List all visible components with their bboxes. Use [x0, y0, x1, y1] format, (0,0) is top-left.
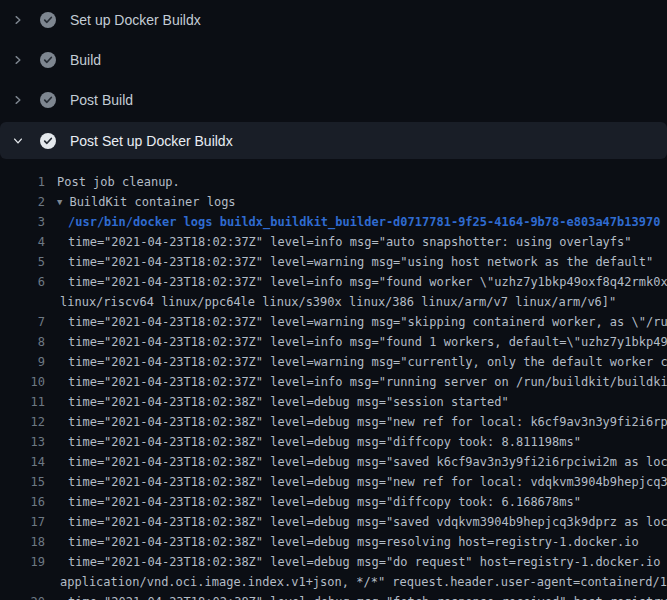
check-circle-icon [40, 133, 56, 149]
log-line-number: 4 [0, 232, 45, 252]
log-line[interactable]: 18 time="2021-04-23T18:02:38Z" level=deb… [0, 532, 667, 552]
chevron-right-icon [10, 52, 26, 68]
log-line[interactable]: 10 time="2021-04-23T18:02:37Z" level=inf… [0, 372, 667, 392]
log-line[interactable]: 9 time="2021-04-23T18:02:37Z" level=warn… [0, 352, 667, 372]
log-line-text: time="2021-04-23T18:02:38Z" level=debug … [57, 472, 667, 492]
log-line[interactable]: 20 time="2021-04-23T18:02:38Z" level=deb… [0, 592, 667, 600]
log-line-text: time="2021-04-23T18:02:38Z" level=debug … [57, 392, 509, 412]
step-list: Set up Docker Buildx Build Post Build Po… [0, 0, 667, 159]
log-line[interactable]: 15 time="2021-04-23T18:02:38Z" level=deb… [0, 472, 667, 492]
log-line-text: time="2021-04-23T18:02:38Z" level=debug … [57, 412, 667, 432]
step-label: Set up Docker Buildx [70, 12, 201, 28]
log-line-text: time="2021-04-23T18:02:37Z" level=warnin… [57, 312, 667, 332]
log-line-text: linux/riscv64 linux/ppc64le linux/s390x … [57, 292, 616, 312]
chevron-down-icon [10, 133, 26, 149]
log-line[interactable]: application/vnd.oci.image.index.v1+json,… [0, 572, 667, 592]
group-title: BuildKit container logs [69, 195, 235, 209]
log-line-number [0, 292, 45, 312]
log-line[interactable]: 8 time="2021-04-23T18:02:37Z" level=info… [0, 332, 667, 352]
step-label: Build [70, 52, 101, 68]
chevron-right-icon [10, 92, 26, 108]
log-line[interactable]: 6 time="2021-04-23T18:02:37Z" level=info… [0, 272, 667, 292]
log-line-text: time="2021-04-23T18:02:38Z" level=debug … [57, 552, 667, 572]
check-circle-icon [40, 12, 56, 28]
log-line[interactable]: 7 time="2021-04-23T18:02:37Z" level=warn… [0, 312, 667, 332]
log-line-text: time="2021-04-23T18:02:37Z" level=warnin… [57, 352, 667, 372]
log-line-text: time="2021-04-23T18:02:38Z" level=debug … [57, 592, 667, 600]
log-line[interactable]: 16 time="2021-04-23T18:02:38Z" level=deb… [0, 492, 667, 512]
log-line-text: time="2021-04-23T18:02:37Z" level=info m… [57, 272, 667, 292]
log-line[interactable]: 2 ▼BuildKit container logs [0, 192, 667, 212]
log-line-number: 11 [0, 392, 45, 412]
log-line-number: 3 [0, 212, 45, 232]
step-header-0[interactable]: Set up Docker Buildx [0, 0, 667, 40]
log-line-text: time="2021-04-23T18:02:38Z" level=debug … [57, 512, 667, 532]
log-line[interactable]: 1 Post job cleanup. [0, 172, 667, 192]
log-line-text: Post job cleanup. [57, 172, 180, 192]
group-toggle-icon[interactable]: ▼ [57, 192, 62, 212]
log-line-number: 16 [0, 492, 45, 512]
log-line[interactable]: 5 time="2021-04-23T18:02:37Z" level=warn… [0, 252, 667, 272]
log-line-text: time="2021-04-23T18:02:38Z" level=debug … [57, 532, 639, 552]
step-header-3[interactable]: Post Set up Docker Buildx [0, 122, 667, 159]
log-line[interactable]: 12 time="2021-04-23T18:02:38Z" level=deb… [0, 412, 667, 432]
log-line-text: time="2021-04-23T18:02:38Z" level=debug … [57, 492, 581, 512]
check-circle-icon [40, 52, 56, 68]
log-line[interactable]: linux/riscv64 linux/ppc64le linux/s390x … [0, 292, 667, 312]
log-line-number: 10 [0, 372, 45, 392]
log-line-text: time="2021-04-23T18:02:37Z" level=info m… [57, 232, 632, 252]
log-line-number: 5 [0, 252, 45, 272]
log-line-text: time="2021-04-23T18:02:37Z" level=info m… [57, 332, 667, 352]
log-line[interactable]: 4 time="2021-04-23T18:02:37Z" level=info… [0, 232, 667, 252]
log-line-number: 20 [0, 592, 45, 600]
actions-log-viewer: { "theme": { "page_bg": "#0b0e14", "step… [0, 0, 667, 600]
log-line-number: 9 [0, 352, 45, 372]
log-line-number: 13 [0, 432, 45, 452]
log-line-number: 6 [0, 272, 45, 292]
log-line-text: time="2021-04-23T18:02:38Z" level=debug … [57, 432, 581, 452]
log-line-text: time="2021-04-23T18:02:37Z" level=warnin… [57, 252, 653, 272]
log-line[interactable]: 14 time="2021-04-23T18:02:38Z" level=deb… [0, 452, 667, 472]
log-line-text: time="2021-04-23T18:02:37Z" level=info m… [57, 372, 667, 392]
log-line-number: 17 [0, 512, 45, 532]
log-line-text: application/vnd.oci.image.index.v1+json,… [57, 572, 667, 592]
log-line-number: 8 [0, 332, 45, 352]
log-line[interactable]: 13 time="2021-04-23T18:02:38Z" level=deb… [0, 432, 667, 452]
log-line[interactable]: 3 /usr/bin/docker logs buildx_buildkit_b… [0, 212, 667, 232]
log-line-number: 14 [0, 452, 45, 472]
step-label: Post Set up Docker Buildx [70, 133, 233, 149]
log-line-text: /usr/bin/docker logs buildx_buildkit_bui… [57, 212, 660, 232]
log-line-text: time="2021-04-23T18:02:38Z" level=debug … [57, 452, 667, 472]
step-label: Post Build [70, 92, 133, 108]
log-line-number: 19 [0, 552, 45, 572]
log-line-text: ▼BuildKit container logs [57, 192, 236, 212]
log-line-number: 18 [0, 532, 45, 552]
step-header-2[interactable]: Post Build [0, 80, 667, 120]
log-line-number [0, 572, 45, 592]
log-area: 1 Post job cleanup. 2 ▼BuildKit containe… [0, 160, 667, 600]
log-line[interactable]: 19 time="2021-04-23T18:02:38Z" level=deb… [0, 552, 667, 572]
log-line-number: 7 [0, 312, 45, 332]
log-line[interactable]: 17 time="2021-04-23T18:02:38Z" level=deb… [0, 512, 667, 532]
log-line-number: 1 [0, 172, 45, 192]
check-circle-icon [40, 92, 56, 108]
log-line-number: 12 [0, 412, 45, 432]
log-line[interactable]: 11 time="2021-04-23T18:02:38Z" level=deb… [0, 392, 667, 412]
step-header-1[interactable]: Build [0, 40, 667, 80]
log-line-number: 15 [0, 472, 45, 492]
log-line-number: 2 [0, 192, 45, 212]
chevron-right-icon [10, 12, 26, 28]
